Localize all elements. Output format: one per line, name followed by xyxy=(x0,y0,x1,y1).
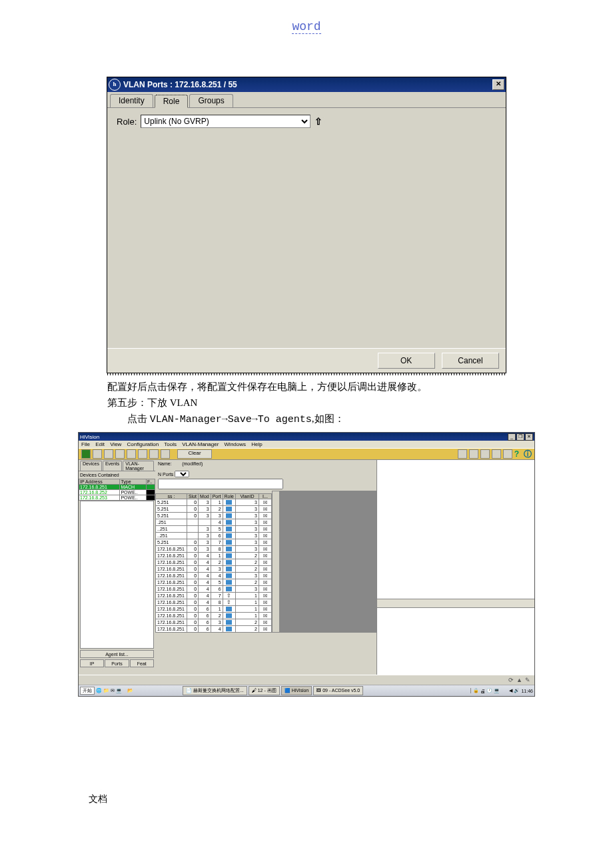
status-icon: ▲ xyxy=(516,677,522,683)
col-type: Type xyxy=(120,479,147,485)
tool-icon[interactable] xyxy=(480,449,490,459)
port-row[interactable]: 172.16.8.2510463☒ xyxy=(156,586,272,593)
tab-groups[interactable]: Groups xyxy=(189,94,233,107)
taskbar-item[interactable]: 📄 赫斯曼交换机网络配置... xyxy=(183,686,247,695)
taskbar-item[interactable]: 🖌 12 - 画图 xyxy=(249,686,280,695)
tray-icon[interactable]: 🔊 xyxy=(514,688,520,693)
port-row[interactable]: 5.2510313☒ xyxy=(156,499,272,506)
quicklaunch-icon[interactable]: 🌐 xyxy=(96,688,102,693)
menu-file[interactable]: File xyxy=(81,441,90,447)
port-row[interactable]: 172.16.8.2510443☒ xyxy=(156,573,272,579)
feat-button[interactable]: Feat xyxy=(130,659,154,667)
port-row[interactable]: 172.16.8.2510632☒ xyxy=(156,619,272,626)
cancel-button[interactable]: Cancel xyxy=(442,353,499,369)
port-row[interactable]: 5.2510373☒ xyxy=(156,539,272,546)
tray-icon[interactable]: 🔒 xyxy=(473,688,479,693)
tab-devices[interactable]: Devices xyxy=(80,461,102,471)
device-row[interactable]: 172.16.8.253POWE.. xyxy=(79,495,155,501)
tool-icon[interactable] xyxy=(115,449,125,459)
quicklaunch-icon[interactable]: 📁 xyxy=(103,688,109,693)
port-row[interactable]: 172.16.8.2510432☒ xyxy=(156,566,272,573)
port-row[interactable]: 172.16.8.251047⇧1☒ xyxy=(156,593,272,599)
ok-button[interactable]: OK xyxy=(378,353,435,369)
port-row[interactable]: ..251363☒ xyxy=(156,533,272,539)
port-row[interactable]: 172.16.8.2510611☒ xyxy=(156,606,272,613)
header-word: word xyxy=(292,20,320,34)
maximize-icon[interactable]: ❐ xyxy=(516,433,524,441)
tool-icon[interactable] xyxy=(149,449,159,459)
filter-input[interactable] xyxy=(158,479,283,489)
menu-edit[interactable]: Edit xyxy=(95,441,105,447)
quicklaunch-icon[interactable]: 💻 xyxy=(116,688,122,693)
device-row[interactable]: 172.16.8.252POWE.. xyxy=(79,490,155,495)
col-f: F.. xyxy=(147,479,155,485)
taskbar-item[interactable]: 🖼 09 - ACDSee v5.0 xyxy=(313,686,363,695)
tab-events[interactable]: Events xyxy=(103,461,122,471)
instruction-line-2: 第五步：下放 VLAN xyxy=(107,395,506,411)
port-row[interactable]: 172.16.8.2510452☒ xyxy=(156,579,272,586)
help-icon[interactable]: ? xyxy=(514,449,519,459)
port-row[interactable]: ..251353☒ xyxy=(156,526,272,533)
tool-icon[interactable] xyxy=(138,449,147,459)
right-pane xyxy=(376,460,534,675)
port-row[interactable]: 5.2510323☒ xyxy=(156,506,272,513)
tool-icon[interactable] xyxy=(458,449,467,459)
port-row[interactable]: 172.16.8.251048⇧1☒ xyxy=(156,599,272,606)
quicklaunch-icon[interactable]: ✉ xyxy=(111,688,115,693)
port-row[interactable]: 172.16.8.2510412☒ xyxy=(156,553,272,559)
tool-icon[interactable] xyxy=(492,449,501,459)
tool-icon[interactable] xyxy=(469,449,478,459)
tool-icon[interactable] xyxy=(93,449,102,459)
agent-list-button[interactable]: Agent list... xyxy=(80,650,154,658)
tool-icon[interactable] xyxy=(503,449,512,459)
col-slot: Slot xyxy=(187,494,199,499)
port-row[interactable]: 5.2510333☒ xyxy=(156,513,272,519)
menu-vlan[interactable]: VLAN-Manager xyxy=(182,441,219,447)
col-vlan: VlanID xyxy=(235,494,259,499)
tray-icon[interactable]: 💻 xyxy=(494,688,500,693)
start-button[interactable]: 开始 xyxy=(80,687,95,695)
minimize-icon[interactable]: _ xyxy=(508,433,516,441)
hivision-body: Devices Events VLAN-Manager Devices Cont… xyxy=(79,460,534,675)
menu-view[interactable]: View xyxy=(110,441,121,447)
tab-vlan-manager[interactable]: VLAN-Manager xyxy=(123,461,154,471)
info-icon[interactable]: ⓘ xyxy=(524,449,532,460)
ports-select[interactable] xyxy=(175,471,189,477)
close-icon[interactable]: ✕ xyxy=(525,433,533,441)
device-table: IP Address Type F.. 172.16.8.251MACH172.… xyxy=(79,479,155,501)
tool-icon[interactable] xyxy=(161,449,170,459)
device-row[interactable]: 172.16.8.251MACH xyxy=(79,485,155,490)
port-row[interactable]: 172.16.8.2510383☒ xyxy=(156,546,272,553)
tab-role[interactable]: Role xyxy=(155,95,189,108)
menu-tools[interactable]: Tools xyxy=(164,441,177,447)
tray-icon[interactable]: 🕐 xyxy=(486,688,492,693)
tool-icon[interactable] xyxy=(104,449,113,459)
port-row[interactable]: 172.16.8.2510642☒ xyxy=(156,626,272,633)
chart-area xyxy=(377,460,534,599)
clear-button[interactable]: Clear xyxy=(177,449,212,459)
tray-icon[interactable]: ◀ xyxy=(509,688,512,693)
name-label: Name: xyxy=(158,461,172,466)
tab-identity[interactable]: Identity xyxy=(110,94,153,107)
port-row[interactable]: .25143☒ xyxy=(156,519,272,526)
quicklaunch-icon[interactable]: 📂 xyxy=(127,688,133,693)
port-table: ss : Slot Mod Port Role VlanID I... 5.25… xyxy=(155,493,272,633)
menu-config[interactable]: Configuration xyxy=(127,441,159,447)
tool-icon[interactable] xyxy=(127,449,136,459)
device-list-area xyxy=(80,501,154,649)
menu-windows[interactable]: Windows xyxy=(225,441,246,447)
dialog-titlebar: h VLAN Ports : 172.16.8.251 / 55 ✕ xyxy=(107,77,506,92)
ports-button[interactable]: Ports xyxy=(105,659,129,667)
taskbar-item[interactable]: 🟦 HiVision xyxy=(281,686,312,695)
tray-icon[interactable]: 🖨 xyxy=(480,689,485,693)
menu-help[interactable]: Help xyxy=(251,441,262,447)
port-row[interactable]: 172.16.8.2510621☒ xyxy=(156,613,272,619)
role-select[interactable]: Uplink (No GVRP) xyxy=(141,115,310,128)
ip-button[interactable]: IP xyxy=(80,659,104,667)
close-icon[interactable]: ✕ xyxy=(492,79,504,90)
app-icon: h xyxy=(109,79,121,91)
windows-taskbar: 开始 🌐 📁 ✉ 💻 📂 📄 赫斯曼交换机网络配置...🖌 12 - 画图🟦 H… xyxy=(79,685,534,696)
scrollbar[interactable] xyxy=(272,491,280,633)
port-row[interactable]: 172.16.8.2510422☒ xyxy=(156,559,272,566)
tool-icon[interactable] xyxy=(81,449,91,459)
